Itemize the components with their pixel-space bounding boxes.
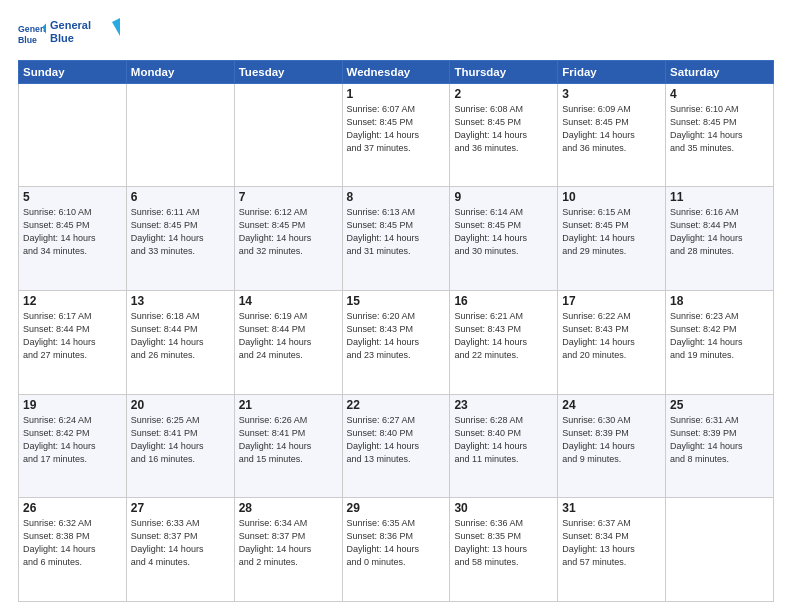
day-cell	[126, 83, 234, 187]
day-cell: 25Sunrise: 6:31 AM Sunset: 8:39 PM Dayli…	[666, 394, 774, 498]
svg-text:Blue: Blue	[18, 35, 37, 45]
weekday-header-sunday: Sunday	[19, 60, 127, 83]
day-info: Sunrise: 6:07 AM Sunset: 8:45 PM Dayligh…	[347, 103, 446, 155]
day-number: 17	[562, 294, 661, 308]
day-info: Sunrise: 6:09 AM Sunset: 8:45 PM Dayligh…	[562, 103, 661, 155]
day-cell: 28Sunrise: 6:34 AM Sunset: 8:37 PM Dayli…	[234, 498, 342, 602]
header: General Blue General Blue	[18, 16, 774, 52]
day-cell: 13Sunrise: 6:18 AM Sunset: 8:44 PM Dayli…	[126, 290, 234, 394]
day-info: Sunrise: 6:25 AM Sunset: 8:41 PM Dayligh…	[131, 414, 230, 466]
day-number: 27	[131, 501, 230, 515]
day-info: Sunrise: 6:31 AM Sunset: 8:39 PM Dayligh…	[670, 414, 769, 466]
day-number: 2	[454, 87, 553, 101]
day-number: 13	[131, 294, 230, 308]
logo-icon: General Blue	[18, 20, 46, 48]
day-cell: 4Sunrise: 6:10 AM Sunset: 8:45 PM Daylig…	[666, 83, 774, 187]
day-info: Sunrise: 6:10 AM Sunset: 8:45 PM Dayligh…	[23, 206, 122, 258]
day-info: Sunrise: 6:35 AM Sunset: 8:36 PM Dayligh…	[347, 517, 446, 569]
day-number: 6	[131, 190, 230, 204]
day-cell: 5Sunrise: 6:10 AM Sunset: 8:45 PM Daylig…	[19, 187, 127, 291]
day-info: Sunrise: 6:26 AM Sunset: 8:41 PM Dayligh…	[239, 414, 338, 466]
day-info: Sunrise: 6:13 AM Sunset: 8:45 PM Dayligh…	[347, 206, 446, 258]
day-info: Sunrise: 6:28 AM Sunset: 8:40 PM Dayligh…	[454, 414, 553, 466]
day-number: 16	[454, 294, 553, 308]
day-cell: 7Sunrise: 6:12 AM Sunset: 8:45 PM Daylig…	[234, 187, 342, 291]
day-cell: 11Sunrise: 6:16 AM Sunset: 8:44 PM Dayli…	[666, 187, 774, 291]
week-row-1: 1Sunrise: 6:07 AM Sunset: 8:45 PM Daylig…	[19, 83, 774, 187]
day-cell: 23Sunrise: 6:28 AM Sunset: 8:40 PM Dayli…	[450, 394, 558, 498]
day-info: Sunrise: 6:34 AM Sunset: 8:37 PM Dayligh…	[239, 517, 338, 569]
day-info: Sunrise: 6:16 AM Sunset: 8:44 PM Dayligh…	[670, 206, 769, 258]
weekday-header-row: SundayMondayTuesdayWednesdayThursdayFrid…	[19, 60, 774, 83]
day-info: Sunrise: 6:24 AM Sunset: 8:42 PM Dayligh…	[23, 414, 122, 466]
day-number: 12	[23, 294, 122, 308]
day-cell: 3Sunrise: 6:09 AM Sunset: 8:45 PM Daylig…	[558, 83, 666, 187]
day-info: Sunrise: 6:19 AM Sunset: 8:44 PM Dayligh…	[239, 310, 338, 362]
day-number: 19	[23, 398, 122, 412]
weekday-header-thursday: Thursday	[450, 60, 558, 83]
day-number: 15	[347, 294, 446, 308]
svg-text:General: General	[50, 19, 91, 31]
day-number: 30	[454, 501, 553, 515]
day-cell: 26Sunrise: 6:32 AM Sunset: 8:38 PM Dayli…	[19, 498, 127, 602]
day-number: 24	[562, 398, 661, 412]
day-cell: 9Sunrise: 6:14 AM Sunset: 8:45 PM Daylig…	[450, 187, 558, 291]
day-info: Sunrise: 6:30 AM Sunset: 8:39 PM Dayligh…	[562, 414, 661, 466]
day-number: 8	[347, 190, 446, 204]
weekday-header-friday: Friday	[558, 60, 666, 83]
logo: General Blue General Blue	[18, 16, 120, 52]
day-cell: 22Sunrise: 6:27 AM Sunset: 8:40 PM Dayli…	[342, 394, 450, 498]
day-number: 26	[23, 501, 122, 515]
day-cell: 12Sunrise: 6:17 AM Sunset: 8:44 PM Dayli…	[19, 290, 127, 394]
weekday-header-saturday: Saturday	[666, 60, 774, 83]
day-info: Sunrise: 6:36 AM Sunset: 8:35 PM Dayligh…	[454, 517, 553, 569]
day-info: Sunrise: 6:21 AM Sunset: 8:43 PM Dayligh…	[454, 310, 553, 362]
day-cell: 24Sunrise: 6:30 AM Sunset: 8:39 PM Dayli…	[558, 394, 666, 498]
day-number: 21	[239, 398, 338, 412]
day-cell: 20Sunrise: 6:25 AM Sunset: 8:41 PM Dayli…	[126, 394, 234, 498]
weekday-header-wednesday: Wednesday	[342, 60, 450, 83]
day-number: 31	[562, 501, 661, 515]
day-info: Sunrise: 6:18 AM Sunset: 8:44 PM Dayligh…	[131, 310, 230, 362]
day-number: 4	[670, 87, 769, 101]
page: General Blue General Blue Sunda	[0, 0, 792, 612]
day-number: 11	[670, 190, 769, 204]
day-info: Sunrise: 6:14 AM Sunset: 8:45 PM Dayligh…	[454, 206, 553, 258]
day-cell: 6Sunrise: 6:11 AM Sunset: 8:45 PM Daylig…	[126, 187, 234, 291]
week-row-5: 26Sunrise: 6:32 AM Sunset: 8:38 PM Dayli…	[19, 498, 774, 602]
day-number: 10	[562, 190, 661, 204]
day-info: Sunrise: 6:10 AM Sunset: 8:45 PM Dayligh…	[670, 103, 769, 155]
day-info: Sunrise: 6:23 AM Sunset: 8:42 PM Dayligh…	[670, 310, 769, 362]
weekday-header-monday: Monday	[126, 60, 234, 83]
day-cell: 30Sunrise: 6:36 AM Sunset: 8:35 PM Dayli…	[450, 498, 558, 602]
day-cell: 16Sunrise: 6:21 AM Sunset: 8:43 PM Dayli…	[450, 290, 558, 394]
day-info: Sunrise: 6:27 AM Sunset: 8:40 PM Dayligh…	[347, 414, 446, 466]
day-cell	[19, 83, 127, 187]
day-number: 23	[454, 398, 553, 412]
day-number: 22	[347, 398, 446, 412]
weekday-header-tuesday: Tuesday	[234, 60, 342, 83]
day-info: Sunrise: 6:17 AM Sunset: 8:44 PM Dayligh…	[23, 310, 122, 362]
day-number: 1	[347, 87, 446, 101]
day-info: Sunrise: 6:33 AM Sunset: 8:37 PM Dayligh…	[131, 517, 230, 569]
day-number: 18	[670, 294, 769, 308]
day-info: Sunrise: 6:15 AM Sunset: 8:45 PM Dayligh…	[562, 206, 661, 258]
day-number: 5	[23, 190, 122, 204]
day-info: Sunrise: 6:12 AM Sunset: 8:45 PM Dayligh…	[239, 206, 338, 258]
day-cell: 2Sunrise: 6:08 AM Sunset: 8:45 PM Daylig…	[450, 83, 558, 187]
logo-text: General Blue	[50, 16, 120, 52]
day-info: Sunrise: 6:11 AM Sunset: 8:45 PM Dayligh…	[131, 206, 230, 258]
day-cell: 15Sunrise: 6:20 AM Sunset: 8:43 PM Dayli…	[342, 290, 450, 394]
week-row-4: 19Sunrise: 6:24 AM Sunset: 8:42 PM Dayli…	[19, 394, 774, 498]
day-info: Sunrise: 6:37 AM Sunset: 8:34 PM Dayligh…	[562, 517, 661, 569]
week-row-2: 5Sunrise: 6:10 AM Sunset: 8:45 PM Daylig…	[19, 187, 774, 291]
day-number: 25	[670, 398, 769, 412]
day-number: 3	[562, 87, 661, 101]
day-cell: 10Sunrise: 6:15 AM Sunset: 8:45 PM Dayli…	[558, 187, 666, 291]
day-number: 20	[131, 398, 230, 412]
calendar-table: SundayMondayTuesdayWednesdayThursdayFrid…	[18, 60, 774, 602]
svg-marker-5	[112, 18, 120, 36]
day-cell: 18Sunrise: 6:23 AM Sunset: 8:42 PM Dayli…	[666, 290, 774, 394]
svg-text:Blue: Blue	[50, 32, 74, 44]
day-info: Sunrise: 6:08 AM Sunset: 8:45 PM Dayligh…	[454, 103, 553, 155]
